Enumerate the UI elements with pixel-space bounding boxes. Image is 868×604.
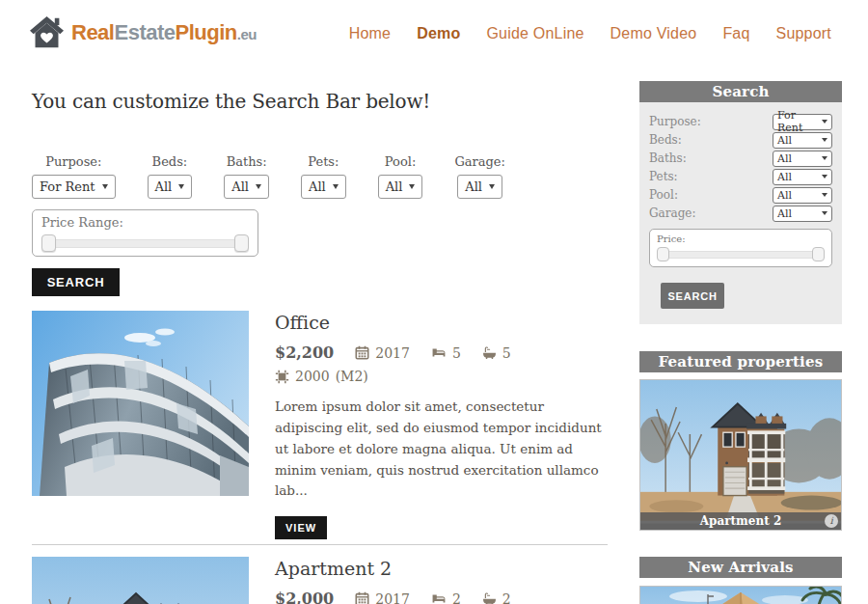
select-value: All	[231, 179, 249, 194]
chevron-down-icon	[102, 184, 108, 189]
chevron-down-icon	[822, 211, 827, 215]
nav-item-faq[interactable]: Faq	[722, 25, 749, 42]
area-icon	[275, 370, 289, 384]
select-value: All	[465, 179, 482, 194]
listings: Office $2,200 2017 5 5 2000(M2) Lorem ip…	[32, 311, 608, 604]
calendar-icon	[355, 591, 369, 604]
main-search-bar: Purpose: For Rent Beds: All Baths: All P…	[32, 154, 610, 296]
listing-photo-apartment-2[interactable]	[32, 557, 249, 604]
slider-track	[41, 239, 249, 248]
search-button[interactable]: SEARCH	[32, 268, 120, 296]
nav-item-home[interactable]: Home	[349, 25, 391, 42]
filter-label: Garage:	[649, 206, 695, 220]
meta-area-value: 2000	[295, 369, 330, 384]
main-nav: Home Demo Guide OnLine Demo Video Faq Su…	[349, 25, 831, 42]
info-icon[interactable]: i	[825, 514, 838, 528]
nav-item-demo-video[interactable]: Demo Video	[610, 25, 697, 42]
meta-year: 2017	[355, 345, 410, 361]
nav-item-support[interactable]: Support	[776, 25, 831, 42]
listing-area-row: 2000(M2)	[275, 369, 608, 384]
slider-handle-min[interactable]	[657, 247, 669, 261]
sidebar-search-button[interactable]: SEARCH	[661, 283, 724, 309]
price-slider[interactable]	[657, 247, 825, 261]
pool-select[interactable]: All	[773, 187, 832, 204]
new-arrivals-title: New Arrivals	[639, 557, 842, 578]
listing-title[interactable]: Office	[275, 312, 608, 333]
chevron-down-icon	[489, 184, 495, 189]
featured-property-photo[interactable]: Apartment 2 i	[639, 379, 842, 531]
page-title: You can customize the Search Bar below!	[32, 90, 430, 113]
site-header: RealEstatePlugin.eu Home Demo Guide OnLi…	[0, 0, 868, 69]
new-arrival-photo[interactable]	[639, 586, 842, 604]
nav-item-guide-online[interactable]: Guide OnLine	[486, 25, 583, 42]
house-heart-icon	[29, 15, 65, 49]
filter-label: Baths:	[649, 151, 687, 165]
chevron-down-icon	[822, 138, 827, 142]
select-value: For Rent	[777, 109, 822, 134]
select-value: For Rent	[40, 179, 95, 194]
slider-handle-max[interactable]	[812, 247, 825, 261]
meta-baths: 5	[482, 345, 511, 361]
listing-divider	[32, 544, 608, 545]
meta-year: 2017	[355, 591, 410, 604]
chevron-down-icon	[333, 184, 339, 189]
nav-item-demo[interactable]: Demo	[417, 25, 460, 42]
purpose-select[interactable]: For Rent	[773, 114, 832, 130]
listing-title[interactable]: Apartment 2	[275, 558, 608, 579]
featured-properties-title: Featured properties	[639, 351, 842, 372]
chevron-down-icon	[822, 120, 827, 124]
select-value: All	[155, 179, 173, 194]
slider-handle-min[interactable]	[41, 234, 56, 252]
baths-select[interactable]: All	[224, 175, 269, 199]
price-label: Price:	[657, 233, 825, 244]
sidebar-filter-garage: Garage: All	[649, 205, 832, 222]
filter-label: Beds:	[152, 154, 188, 169]
sidebar-search-title: Search	[639, 81, 842, 102]
listing-body: Office $2,200 2017 5 5 2000(M2) Lorem ip…	[275, 311, 608, 539]
select-value: All	[777, 152, 792, 165]
bed-icon	[431, 591, 447, 604]
purpose-select[interactable]: For Rent	[32, 175, 116, 199]
price-range-slider[interactable]	[41, 234, 249, 252]
garage-select[interactable]: All	[457, 175, 502, 199]
listing-photo-office[interactable]	[32, 311, 249, 496]
pets-select[interactable]: All	[773, 169, 832, 185]
garage-select[interactable]: All	[773, 206, 832, 222]
filter-label: Pool:	[385, 154, 416, 169]
listing-description: Lorem ipsum dolor sit amet, consectetur …	[275, 397, 608, 502]
filter-baths: Baths: All	[224, 154, 269, 199]
beds-select[interactable]: All	[148, 175, 193, 199]
filter-beds: Beds: All	[148, 154, 193, 199]
beds-select[interactable]: All	[773, 132, 832, 149]
pool-select[interactable]: All	[378, 175, 423, 199]
chevron-down-icon	[822, 175, 827, 178]
meta-beds: 2	[431, 591, 461, 604]
chevron-down-icon	[409, 184, 415, 189]
price-range-label: Price Range:	[41, 215, 249, 230]
meta-year-value: 2017	[375, 345, 410, 361]
filter-garage: Garage: All	[454, 154, 505, 199]
chevron-down-icon	[822, 193, 827, 197]
filter-label: Beds:	[649, 133, 682, 147]
chevron-down-icon	[256, 184, 261, 189]
filter-label: Pets:	[649, 170, 678, 183]
filter-purpose: Purpose: For Rent	[32, 154, 116, 199]
select-value: All	[777, 134, 792, 147]
bath-icon	[482, 345, 497, 360]
sidebar-search-widget: Purpose: For Rent Beds: All Baths: All P…	[639, 102, 842, 324]
view-button[interactable]: VIEW	[275, 516, 327, 539]
filter-row: Purpose: For Rent Beds: All Baths: All P…	[32, 154, 610, 199]
meta-area-unit: (M2)	[336, 369, 368, 384]
pets-select[interactable]: All	[301, 175, 346, 199]
meta-area: 2000(M2)	[275, 369, 368, 384]
select-value: All	[777, 171, 792, 183]
filter-pool: Pool: All	[378, 154, 423, 199]
slider-handle-max[interactable]	[234, 234, 249, 252]
featured-caption: Apartment 2	[640, 512, 841, 530]
filter-label: Pool:	[649, 188, 678, 202]
site-logo[interactable]: RealEstatePlugin.eu	[29, 15, 257, 49]
baths-select[interactable]: All	[773, 151, 832, 167]
sidebar-filter-beds: Beds: All	[649, 131, 832, 149]
listing-body: Apartment 2 $2,000 2017 2 2 120(M2) VIEW	[275, 557, 608, 604]
listing-meta: $2,200 2017 5 5	[275, 343, 608, 362]
